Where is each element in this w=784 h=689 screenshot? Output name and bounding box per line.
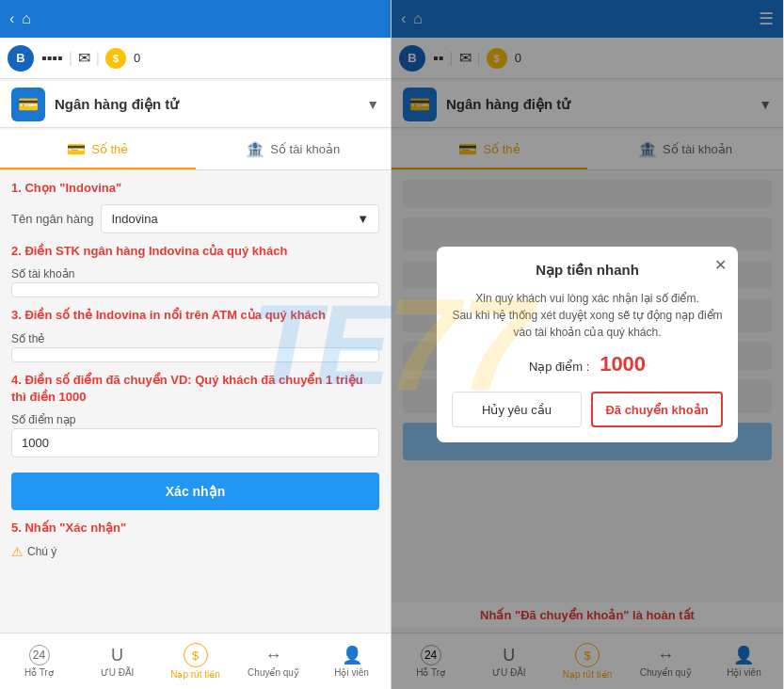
right-modal-close-icon[interactable]: ✕ (714, 256, 727, 274)
left-bank-label: Tên ngân hàng (11, 212, 93, 226)
left-nav-hoivien-icon: 👤 (342, 645, 362, 665)
left-instruction-4: 4. Điền số điểm đã chuyển VD: Quý khách … (11, 372, 379, 406)
left-bank-select[interactable]: Indovina ▼ (101, 204, 379, 233)
left-back-icon[interactable]: ‹ (9, 10, 14, 27)
left-content: 1. Chọn "Indovina" Tên ngân hàng Indovin… (0, 170, 391, 633)
left-avatar: B (8, 45, 34, 72)
left-mail-icon[interactable]: ✉ (78, 49, 90, 67)
left-stk-input[interactable] (11, 282, 379, 297)
left-tab-so-tk[interactable]: 🏦 Số tài khoản (196, 130, 392, 169)
left-instruction-3: 3. Điền số thẻ Indovina in nổi trên ATM … (11, 307, 379, 324)
left-bottom-nav: 24 Hỗ Trợ U ƯU ĐÃI $ Nạp rút tiền ↔ Chuy… (0, 633, 391, 689)
right-modal-buttons: Hủy yêu cầu Đã chuyển khoản (452, 392, 723, 427)
left-nav-hotro-icon: 24 (29, 645, 50, 665)
right-panel: ‹ ⌂ ☰ B ▪▪ | ✉ | $ 0 💳 Ngân hàng điện tử… (392, 0, 783, 689)
left-point-count: 0 (134, 51, 140, 65)
left-tab-so-the-label: Số thẻ (91, 142, 128, 156)
left-tab-bank-icon: 🏦 (246, 140, 264, 158)
left-nav-chuyen[interactable]: ↔ Chuyển quỹ (234, 646, 312, 678)
left-nav-chuyen-label: Chuyển quỹ (248, 667, 299, 678)
left-note-icon: ⚠ (11, 544, 24, 559)
left-nav-hotro-label: Hỗ Trợ (24, 667, 54, 678)
left-points-value: 1000 (22, 436, 49, 450)
left-nav-uudai-label: ƯU ĐÃI (101, 667, 135, 678)
left-points-input[interactable]: 1000 (11, 428, 379, 457)
right-modal-confirm-button[interactable]: Đã chuyển khoản (591, 392, 723, 427)
right-modal-cancel-button[interactable]: Hủy yêu cầu (452, 392, 582, 427)
right-modal-points-value: 1000 (600, 352, 646, 376)
left-confirm-button[interactable]: Xác nhận (11, 473, 379, 510)
left-nav-hoivien-label: Hội viên (334, 667, 369, 678)
left-home-icon[interactable]: ⌂ (22, 10, 31, 27)
right-modal-title: Nạp tiền nhanh (452, 262, 723, 279)
left-section-title: Ngân hàng điện tử (55, 96, 357, 113)
right-modal-overlay: ✕ Nạp tiền nhanh Xin quý khách vui lòng … (392, 0, 783, 689)
left-tab-so-the[interactable]: 💳 Số thẻ (0, 130, 196, 169)
left-nav-nap-icon: $ (184, 643, 208, 667)
left-bank-value-text: Indovina (111, 212, 157, 226)
left-icon-bar: ▪▪▪▪ | ✉ | $ 0 (41, 48, 140, 69)
left-card-row: Số thẻ (11, 332, 379, 362)
left-tab-card-icon: 💳 (67, 140, 86, 158)
right-modal: ✕ Nạp tiền nhanh Xin quý khách vui lòng … (437, 247, 738, 442)
right-modal-text1: Xin quý khách vui lòng xác nhận lại số đ… (475, 292, 698, 305)
left-nav-nap-label: Nạp rút tiền (170, 669, 220, 680)
left-note-label: Chú ý (27, 545, 56, 558)
left-card-input[interactable] (11, 347, 379, 362)
right-modal-points-label: Nạp điểm : (529, 360, 589, 374)
left-card-label: Số thẻ (11, 332, 379, 345)
right-modal-points: Nạp điểm : 1000 (452, 352, 723, 377)
left-section-icon: 💳 (11, 88, 45, 121)
left-tab-bar: 💳 Số thẻ 🏦 Số tài khoản (0, 130, 391, 170)
left-points-label: Số điểm nạp (11, 413, 379, 426)
left-section-header[interactable]: 💳 Ngân hàng điện tử ▼ (0, 81, 391, 128)
left-top-bar: ‹ ⌂ (0, 0, 391, 38)
left-stk-row: Số tài khoản (11, 267, 379, 297)
left-section-arrow: ▼ (366, 97, 379, 112)
left-dots-icon: ▪▪▪▪ (41, 50, 63, 67)
right-modal-body: Xin quý khách vui lòng xác nhận lại số đ… (452, 290, 723, 341)
left-stk-label: Số tài khoản (11, 267, 379, 280)
left-nav-uudai-icon: U (111, 646, 123, 665)
left-points-row: Số điểm nạp 1000 (11, 413, 379, 457)
left-nav-hotro[interactable]: 24 Hỗ Trợ (0, 645, 78, 678)
left-coin-icon: $ (105, 48, 126, 69)
left-panel: ‹ ⌂ B ▪▪▪▪ | ✉ | $ 0 💳 Ngân hàng điện tử… (0, 0, 392, 689)
right-modal-text2: Sau khi hệ thống xét duyệt xong sẽ tự độ… (452, 309, 722, 339)
left-instruction-1: 1. Chọn "Indovina" (11, 180, 379, 197)
left-nav-nap[interactable]: $ Nạp rút tiền (156, 643, 234, 680)
left-bank-arrow: ▼ (357, 212, 369, 226)
left-nav-uudai[interactable]: U ƯU ĐÃI (78, 646, 156, 678)
left-nav-chuyen-icon: ↔ (265, 646, 282, 665)
left-instruction-5: 5. Nhấn "Xác nhận" (11, 520, 379, 537)
left-bank-row: Tên ngân hàng Indovina ▼ (11, 204, 379, 233)
left-nav-hoivien[interactable]: 👤 Hội viên (312, 645, 391, 678)
left-instruction-2: 2. Điền STK ngân hàng Indovina của quý k… (11, 243, 379, 260)
left-user-bar: B ▪▪▪▪ | ✉ | $ 0 (0, 38, 391, 79)
left-tab-so-tk-label: Số tài khoản (270, 142, 340, 156)
